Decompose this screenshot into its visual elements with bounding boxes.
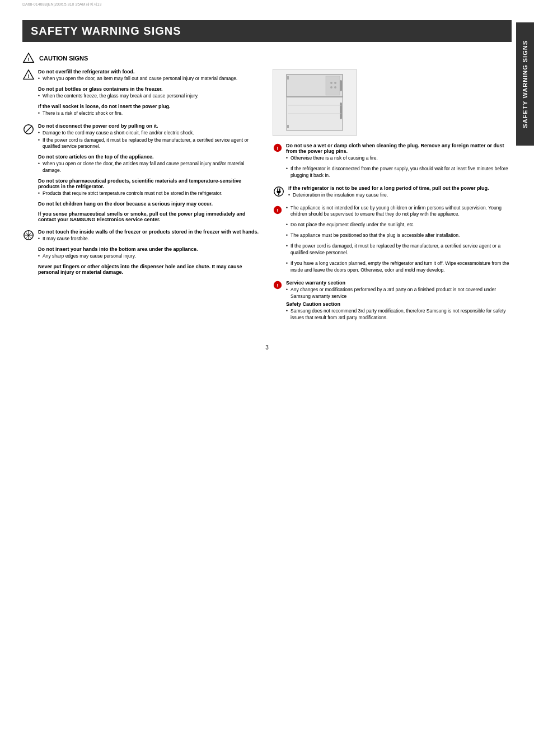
bullet-frostbite: It may cause frostbite. bbox=[38, 236, 261, 242]
svg-rect-19 bbox=[287, 125, 289, 128]
svg-text:!: ! bbox=[277, 282, 278, 288]
side-tab: SAFETY WARNING SIGNS bbox=[516, 22, 534, 146]
main-content: SAFETY WARNING SIGNS ! CAUTION SIGNS ! bbox=[22, 9, 512, 362]
bullet-socket: There is a risk of electric shock or fir… bbox=[38, 110, 261, 117]
page-wrapper: DA68-01468B|EN|2006.5.810 35AM페이지13 SAFE… bbox=[0, 0, 534, 756]
warning-title-dispenser: Never put fingers or other objects into … bbox=[38, 264, 261, 275]
left-column: ! Do not overfill the refrigerator with … bbox=[22, 69, 261, 328]
right-warning-text-1: Do not use a wet or damp cloth when clea… bbox=[286, 143, 512, 180]
right-warning-text-4: Service warranty section Any changes or … bbox=[286, 280, 512, 323]
svg-point-24 bbox=[334, 86, 336, 88]
svg-point-23 bbox=[330, 86, 332, 88]
bullet-sharp-edges: Any sharp edges may cause personal injur… bbox=[38, 253, 261, 260]
exclamation-circle-icon-1: ! bbox=[273, 143, 283, 153]
warning-title-long-period: If the refrigerator is not to be used fo… bbox=[288, 185, 512, 191]
exclamation-circle-icon-3: ! bbox=[273, 280, 283, 290]
bullet-long-period: Deterioration in the insulation may caus… bbox=[288, 192, 512, 199]
two-col-layout: ! Do not overfill the refrigerator with … bbox=[22, 69, 512, 328]
bullet-safety-caution: Samsung does not recommend 3rd party mod… bbox=[286, 308, 512, 321]
fridge-image bbox=[273, 69, 357, 136]
exclamation-circle-icon-2: ! bbox=[273, 205, 283, 215]
warning-title-freezer-walls: Do not touch the inside walls of the fre… bbox=[38, 229, 261, 235]
right-warning-text-3: The appliance is not intended for use by… bbox=[286, 205, 512, 274]
svg-rect-28 bbox=[277, 188, 278, 191]
page-number: 3 bbox=[22, 344, 512, 351]
warning-title-overfill: Do not overfill the refrigerator with fo… bbox=[38, 69, 261, 74]
caution-section-header: ! CAUTION SIGNS bbox=[22, 52, 512, 64]
warning-title-pharma: Do not store pharmaceutical products, sc… bbox=[38, 178, 261, 189]
svg-point-21 bbox=[330, 82, 332, 84]
svg-rect-30 bbox=[278, 193, 279, 195]
bullet-powercord-2: If the power cord is damaged, it must be… bbox=[38, 137, 261, 151]
svg-rect-13 bbox=[340, 80, 342, 91]
plug-special-icon bbox=[273, 185, 285, 198]
svg-point-22 bbox=[334, 82, 336, 84]
bullet-plug-accessible: The appliance must be positioned so that… bbox=[286, 232, 512, 239]
cold-warning-block: Do not touch the inside walls of the fre… bbox=[38, 229, 261, 276]
svg-text:!: ! bbox=[277, 145, 278, 151]
warning-row-prohibition: Do not disconnect the power cord by pull… bbox=[22, 123, 261, 223]
warning-title-bottom-area: Do not insert your hands into the bottom… bbox=[38, 246, 261, 252]
warning-title-service-warranty: Service warranty section bbox=[286, 280, 512, 286]
right-warning-wet-cloth: ! Do not use a wet or damp cloth when cl… bbox=[273, 143, 512, 180]
right-column: ! Do not use a wet or damp cloth when cl… bbox=[273, 69, 512, 328]
warning-title-articles: Do not store articles on the top of the … bbox=[38, 154, 261, 160]
right-warning-service: ! Service warranty section Any changes o… bbox=[273, 280, 512, 323]
svg-text:!: ! bbox=[27, 57, 29, 62]
bullet-damaged-cord: If the power cord is damaged, it must be… bbox=[286, 243, 512, 256]
side-tab-text: SAFETY WARNING SIGNS bbox=[522, 40, 528, 128]
page-title: SAFETY WARNING SIGNS bbox=[31, 25, 503, 38]
bullet-wet-cloth-1: Otherwise there is a risk of causing a f… bbox=[286, 155, 512, 162]
warning-title-children-hang: Do not let children hang on the door bec… bbox=[38, 201, 261, 207]
cold-icon bbox=[22, 229, 35, 241]
warning-title-powercord: Do not disconnect the power cord by pull… bbox=[38, 123, 261, 129]
prohibition-icon bbox=[22, 123, 35, 136]
bullet-overfill: When you open the door, an item may fall… bbox=[38, 76, 261, 82]
right-warning-long-period: If the refrigerator is not to be used fo… bbox=[273, 185, 512, 199]
warning-title-safety-caution: Safety Caution section bbox=[286, 301, 512, 307]
warning-title-smoke: If you sense pharmaceutical smells or sm… bbox=[38, 211, 261, 222]
bullet-vacation: If you have a long vacation planned, emp… bbox=[286, 260, 512, 274]
triangle-warning-block: Do not overfill the refrigerator with fo… bbox=[38, 69, 261, 118]
fridge-svg bbox=[275, 72, 354, 133]
file-header: DA68-01468B|EN|2006.5.810 35AM페이지13 bbox=[0, 0, 534, 9]
bullet-wet-cloth-2: If the refrigerator is disconnected from… bbox=[286, 166, 512, 179]
bullet-pharma: Products that require strict temperature… bbox=[38, 190, 261, 197]
svg-text:!: ! bbox=[27, 73, 29, 79]
warning-title-bottles: Do not put bottles or glass containers i… bbox=[38, 86, 261, 92]
page-header: SAFETY WARNING SIGNS bbox=[22, 20, 512, 42]
bullet-bottles: When the contents freeze, the glass may … bbox=[38, 93, 261, 100]
svg-rect-29 bbox=[279, 188, 280, 191]
bullet-service-warranty: Any changes or modifications performed b… bbox=[286, 287, 512, 300]
bullet-articles: When you open or close the door, the art… bbox=[38, 161, 261, 174]
bullet-young-children: The appliance is not intended for use by… bbox=[286, 205, 512, 218]
svg-rect-20 bbox=[326, 76, 340, 95]
warning-row-cold: Do not touch the inside walls of the fre… bbox=[22, 229, 261, 276]
right-warning-text-2: If the refrigerator is not to be used fo… bbox=[288, 185, 512, 199]
svg-line-5 bbox=[25, 125, 32, 133]
caution-title: CAUTION SIGNS bbox=[39, 55, 88, 62]
svg-rect-14 bbox=[340, 102, 342, 119]
caution-triangle-icon: ! bbox=[22, 52, 35, 64]
bullet-powercord-1: Damage to the cord may cause a short-cir… bbox=[38, 130, 261, 137]
warning-title-wet-cloth: Do not use a wet or damp cloth when clea… bbox=[286, 143, 512, 154]
svg-rect-18 bbox=[287, 76, 289, 80]
prohibition-warning-block: Do not disconnect the power cord by pull… bbox=[38, 123, 261, 223]
warning-title-socket: If the wall socket is loose, do not inse… bbox=[38, 104, 261, 109]
warning-row-triangle: ! Do not overfill the refrigerator with … bbox=[22, 69, 261, 118]
triangle-icon-1: ! bbox=[22, 69, 35, 81]
bullet-sunlight: Do not place the equipment directly unde… bbox=[286, 222, 512, 228]
right-warning-general: ! The appliance is not intended for use … bbox=[273, 205, 512, 274]
svg-text:!: ! bbox=[277, 207, 278, 213]
